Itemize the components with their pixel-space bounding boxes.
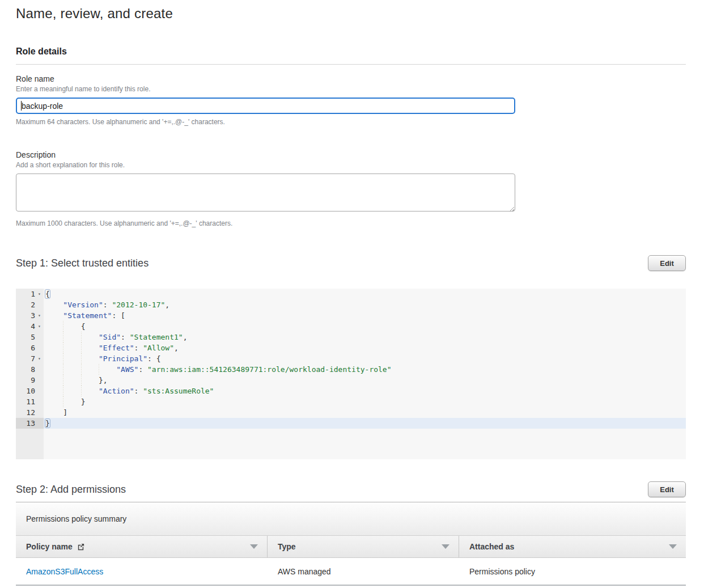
role-details-heading: Role details (16, 46, 686, 57)
code-line-11[interactable]: 11 } (16, 396, 686, 407)
fold-spacer (35, 418, 44, 429)
line-number-gutter: 3▾ (16, 310, 44, 321)
sort-icon[interactable] (442, 544, 449, 549)
role-name-input[interactable] (16, 98, 515, 114)
policy-table-header: Policy nameTypeAttached as (16, 535, 686, 558)
fold-arrow-icon[interactable]: ▾ (35, 353, 44, 364)
code-line-7[interactable]: 7▾ "Principal": { (16, 353, 686, 364)
role-name-constraint: Maximum 64 characters. Use alphanumeric … (16, 118, 686, 126)
role-name-label: Role name (16, 74, 686, 83)
line-number-gutter: 6 (16, 342, 44, 353)
fold-arrow-icon[interactable]: ▾ (35, 321, 44, 332)
line-number-gutter: 8 (16, 364, 44, 375)
code-line-12[interactable]: 12 ] (16, 407, 686, 418)
sort-icon[interactable] (669, 544, 677, 549)
column-header-attached-as[interactable]: Attached as (459, 536, 686, 557)
policy-attached-as-cell: Permissions policy (459, 558, 686, 585)
code-line-9[interactable]: 9 }, (16, 375, 686, 386)
column-label: Type (278, 542, 296, 551)
line-number-gutter: 7▾ (16, 353, 44, 364)
code-line-13[interactable]: 13} (16, 418, 686, 429)
external-link-icon (77, 543, 85, 551)
line-number-gutter: 10 (16, 386, 44, 396)
sort-icon[interactable] (250, 544, 258, 549)
description-constraint: Maximum 1000 characters. Use alphanumeri… (16, 219, 686, 227)
step1-edit-button[interactable]: Edit (648, 255, 686, 271)
fold-arrow-icon[interactable]: ▾ (35, 310, 44, 321)
section-divider (16, 64, 686, 65)
line-number-gutter: 9 (16, 375, 44, 386)
fold-spacer (35, 299, 44, 310)
fold-spacer (35, 375, 44, 386)
code-line-2[interactable]: 2 "Version": "2012-10-17", (16, 299, 686, 310)
code-line-6[interactable]: 6 "Effect": "Allow", (16, 342, 686, 353)
text-cursor (21, 101, 22, 111)
permissions-summary-title: Permissions policy summary (16, 502, 686, 535)
policy-type-cell: AWS managed (268, 558, 459, 585)
code-line-10[interactable]: 10 "Action": "sts:AssumeRole" (16, 386, 686, 396)
policy-name-link[interactable]: AmazonS3FullAccess (26, 567, 103, 576)
description-textarea[interactable] (16, 174, 515, 211)
policy-table-body: AmazonS3FullAccessAWS managedPermissions… (16, 558, 686, 586)
column-header-policy-name[interactable]: Policy name (16, 536, 268, 557)
role-name-help: Enter a meaningful name to identify this… (16, 85, 686, 93)
name-review-create-page: Name, review, and create Role details Ro… (0, 0, 704, 588)
permissions-summary-panel: Permissions policy summary Policy nameTy… (16, 502, 686, 586)
column-header-type[interactable]: Type (268, 536, 459, 557)
fold-spacer (35, 396, 44, 407)
step2-edit-button[interactable]: Edit (648, 481, 686, 497)
description-help: Add a short explanation for this role. (16, 161, 686, 169)
step2-heading: Step 2: Add permissions (16, 484, 126, 496)
code-line-1[interactable]: 1▾{ (16, 289, 686, 299)
description-label: Description (16, 150, 686, 159)
fold-spacer (35, 364, 44, 375)
line-number-gutter: 13 (16, 418, 44, 429)
code-line-4[interactable]: 4▾ { (16, 321, 686, 332)
code-line-3[interactable]: 3▾ "Statement": [ (16, 310, 686, 321)
fold-spacer (35, 386, 44, 396)
column-label: Policy name (26, 542, 73, 551)
policy-table-row: AmazonS3FullAccessAWS managedPermissions… (16, 558, 686, 586)
line-number-gutter: 12 (16, 407, 44, 418)
trust-policy-editor[interactable]: 1▾{2 "Version": "2012-10-17",3▾ "Stateme… (16, 289, 686, 459)
line-number-gutter: 1▾ (16, 289, 44, 299)
line-number-gutter: 2 (16, 299, 44, 310)
fold-spacer (35, 332, 44, 342)
page-title: Name, review, and create (16, 6, 686, 22)
line-number-gutter: 11 (16, 396, 44, 407)
fold-spacer (35, 342, 44, 353)
code-line-5[interactable]: 5 "Sid": "Statement1", (16, 332, 686, 342)
fold-arrow-icon[interactable]: ▾ (35, 289, 44, 299)
step1-heading: Step 1: Select trusted entities (16, 257, 149, 269)
line-number-gutter: 5 (16, 332, 44, 342)
column-label: Attached as (469, 542, 514, 551)
fold-spacer (35, 407, 44, 418)
line-number-gutter: 4▾ (16, 321, 44, 332)
code-line-8[interactable]: 8 "AWS": "arn:aws:iam::541263489771:role… (16, 364, 686, 375)
